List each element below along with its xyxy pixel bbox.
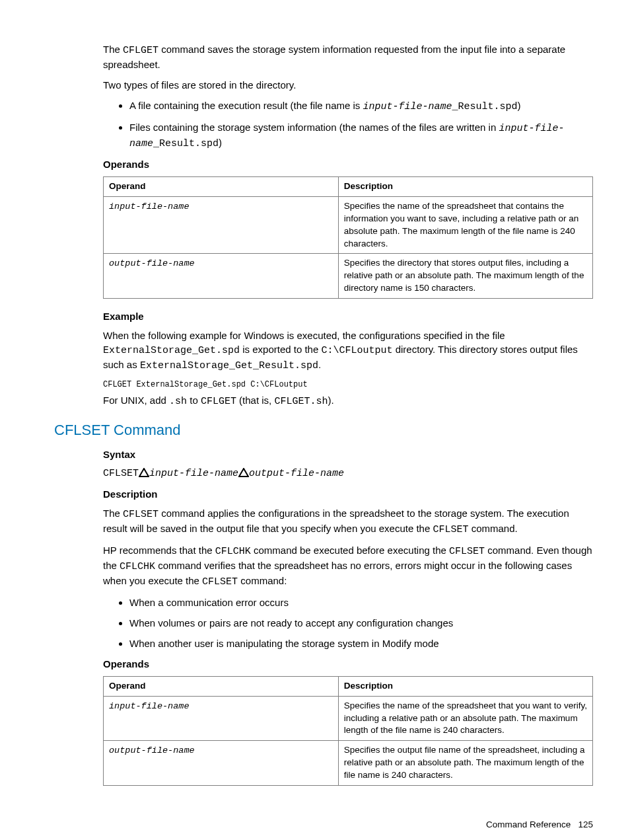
text: The [103,44,123,55]
operands-table-2: Operand Description input-file-name Spec… [103,676,593,786]
syntax-arg: output-file-name [249,468,344,479]
col-description: Description [338,177,592,197]
operand-desc: Specifies the name of the spreadsheet th… [338,196,592,254]
example-paragraph-1: When the following example for Windows i… [103,328,593,373]
text: ) [518,100,521,111]
operand-desc: Specifies the directory that stores outp… [338,254,592,299]
syntax-cmd: CFLSET [103,468,139,479]
text: command. [468,523,517,534]
col-description: Description [338,676,592,696]
operand-name: output-file-name [109,258,195,268]
col-operand: Operand [104,177,339,197]
text: When the following example for Windows i… [103,330,505,341]
example-heading: Example [103,309,593,323]
text: For UNIX, add [103,395,169,406]
operands-heading: Operands [103,157,593,171]
col-operand: Operand [104,676,339,696]
text: HP recommends that the [103,545,215,556]
cases-list: When a communication error occurs When v… [103,595,593,650]
text: The [103,508,123,519]
input-file-name-code: input-file-name [363,101,452,112]
cflget-code: CFLGET [123,45,158,56]
code: ExternalStorage_Get_Result.spd [140,360,318,371]
intro-paragraph-2: Two types of files are stored in the dir… [103,78,593,92]
operand-desc: Specifies the name of the spreadsheet th… [338,696,592,741]
description-paragraph-2: HP recommends that the CFLCHK command be… [103,543,593,589]
code: CFLCHK [120,561,155,572]
operands-heading-2: Operands [103,657,593,671]
text: ). [328,395,333,406]
text: command be executed before executing the [251,545,449,556]
page-footer: Command Reference 125 [37,819,593,831]
delta-icon [238,468,249,477]
text: . [318,359,321,370]
code: CFLSET [433,524,468,535]
code: CFLCHK [215,546,251,557]
text: command: [238,575,287,586]
example-code-block: CFLGET ExternalStorage_Get.spd C:\CFLout… [103,379,593,391]
syntax-heading: Syntax [103,447,593,461]
operand-name: output-file-name [109,745,195,755]
table-row: input-file-name Specifies the name of th… [104,196,593,254]
example-paragraph-2: For UNIX, add .sh to CFLGET (that is, CF… [103,393,593,408]
code: .sh [169,396,187,407]
text: (that is, [236,395,275,406]
operands-table-1: Operand Description input-file-name Spec… [103,176,593,299]
list-item: Files containing the storage system info… [129,120,593,151]
text: ) [219,137,222,148]
intro-list: A file containing the execution result (… [103,98,593,151]
description-heading: Description [103,487,593,501]
cflset-command-heading: CFLSET Command [54,420,593,441]
list-item: When volumes or pairs are not ready to a… [129,616,593,630]
table-row: output-file-name Specifies the directory… [104,254,593,299]
code: C:\CFLoutput [321,345,392,356]
description-paragraph-1: The CFLSET command applies the configura… [103,506,593,537]
result-spd-code: _Result.spd [452,101,518,112]
code: CFLGET [201,396,236,407]
text: command verifies that the spreadsheet ha… [103,560,572,586]
syntax-arg: input-file-name [149,468,238,479]
list-item: When another user is manipulating the st… [129,636,593,650]
code: CFLGET.sh [274,396,328,407]
code: ExternalStorage_Get.spd [103,345,240,356]
table-row: output-file-name Specifies the output fi… [104,741,593,786]
text: to [187,395,201,406]
footer-label: Command Reference [486,820,571,829]
code: CFLSET [449,546,485,557]
text: is exported to the [240,344,321,355]
text: Files containing the storage system info… [129,122,499,133]
page-number: 125 [578,820,593,829]
operand-name: input-file-name [109,202,190,211]
table-row: input-file-name Specifies the name of th… [104,696,593,741]
code: CFLSET [202,576,238,588]
delta-icon [139,468,149,477]
result-spd-code: _Result.spd [153,138,219,149]
operand-name: input-file-name [109,701,190,711]
list-item: When a communication error occurs [129,595,593,609]
intro-paragraph-1: The CFLGET command saves the storage sys… [103,42,593,71]
syntax-line: CFLSETinput-file-nameoutput-file-name [103,467,593,480]
list-item: A file containing the execution result (… [129,98,593,114]
text: A file containing the execution result (… [129,100,363,111]
operand-desc: Specifies the output file name of the sp… [338,741,592,786]
code: CFLSET [123,509,158,520]
text: command saves the storage system informa… [103,44,565,70]
